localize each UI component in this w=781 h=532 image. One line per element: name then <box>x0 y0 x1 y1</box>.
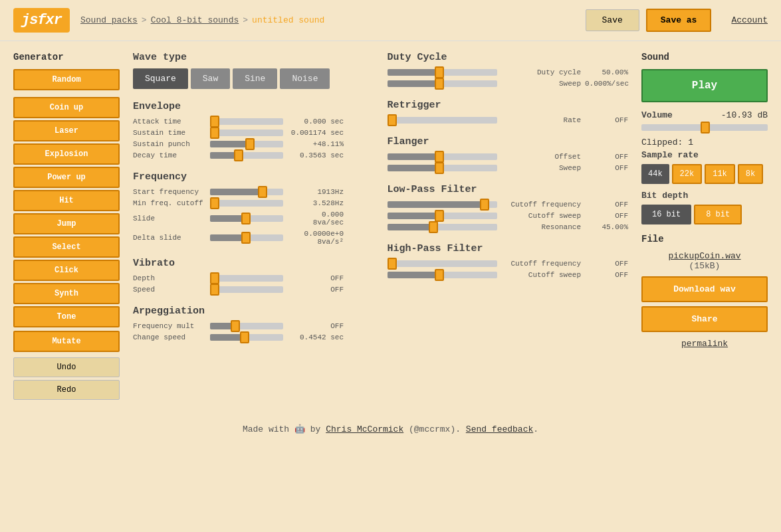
change-speed-label: Change speed <box>133 333 206 341</box>
download-button[interactable]: Download wav <box>641 276 768 302</box>
rate-22k[interactable]: 22k <box>672 164 703 184</box>
high-pass-title: High-Pass Filter <box>388 243 629 254</box>
permalink-link[interactable]: permalink <box>641 339 768 349</box>
breadcrumb-current: untitled sound <box>252 15 324 25</box>
breadcrumb-packs[interactable]: Sound packs <box>80 15 138 25</box>
attack-time-label: Attack time <box>133 118 206 126</box>
change-speed-slider[interactable] <box>210 334 283 341</box>
file-size: (15kB) <box>641 261 768 271</box>
slide-slider[interactable] <box>210 215 283 222</box>
sustain-time-slider[interactable] <box>210 130 283 136</box>
duty-cycle-value: 50.00% <box>585 68 628 76</box>
bit-8[interactable]: 8 bit <box>694 205 742 224</box>
vibrato-speed-row: Speed OFF <box>133 286 374 294</box>
attack-time-slider[interactable] <box>210 118 283 125</box>
rate-11k[interactable]: 11k <box>705 164 735 184</box>
hp-cutoff-row: Cutoff frequency OFF <box>388 260 629 268</box>
preset-laser[interactable]: Laser <box>13 120 120 141</box>
flanger-offset-value: OFF <box>585 153 628 161</box>
preset-coin-up[interactable]: Coin up <box>13 97 120 118</box>
preset-jump[interactable]: Jump <box>13 213 120 234</box>
attack-time-value: 0.000 sec <box>287 118 344 126</box>
start-freq-slider[interactable] <box>210 189 283 195</box>
hp-cutoff-value: OFF <box>585 260 628 268</box>
flanger-sweep-row: Sweep OFF <box>388 164 629 172</box>
preset-explosion[interactable]: Explosion <box>13 143 120 165</box>
file-name[interactable]: pickupCoin.wav <box>641 251 768 261</box>
save-button[interactable]: Save <box>586 9 639 31</box>
start-freq-row: Start frequency 1913Hz <box>133 188 374 196</box>
redo-button[interactable]: Redo <box>13 380 120 400</box>
wave-noise[interactable]: Noise <box>280 68 330 89</box>
preset-synth[interactable]: Synth <box>13 283 120 304</box>
wave-sine[interactable]: Sine <box>233 68 277 89</box>
account-link[interactable]: Account <box>731 15 768 25</box>
retrigger-rate-slider[interactable] <box>388 117 498 124</box>
frequency-title: Frequency <box>133 171 374 183</box>
rate-44k[interactable]: 44k <box>641 164 669 184</box>
lp-cutoff-row: Cutoff frequency OFF <box>388 201 629 209</box>
save-as-button[interactable]: Save as <box>646 9 712 32</box>
undo-button[interactable]: Undo <box>13 357 120 377</box>
sustain-time-value: 0.001174 sec <box>287 129 344 137</box>
vibrato-speed-slider[interactable] <box>210 286 283 293</box>
mutate-button[interactable]: Mutate <box>13 331 120 352</box>
sustain-punch-slider[interactable] <box>210 141 283 147</box>
params-column-1: Wave type Square Saw Sine Noise Envelope… <box>126 52 381 400</box>
vibrato-depth-row: Depth OFF <box>133 274 374 282</box>
play-button[interactable]: Play <box>641 69 768 102</box>
lp-resonance-row: Resonance 45.00% <box>388 223 629 231</box>
retrigger-title: Retrigger <box>388 100 629 111</box>
vibrato-speed-label: Speed <box>133 286 206 294</box>
decay-time-slider[interactable] <box>210 152 283 159</box>
lp-sweep-slider[interactable] <box>388 213 498 219</box>
lp-cutoff-slider[interactable] <box>388 201 498 208</box>
hp-sweep-slider[interactable] <box>388 272 498 278</box>
preset-hit[interactable]: Hit <box>13 190 120 211</box>
preset-select[interactable]: Select <box>13 236 120 258</box>
breadcrumb-collection[interactable]: Cool 8-bit sounds <box>151 15 239 25</box>
preset-click[interactable]: Click <box>13 260 120 281</box>
freq-mult-slider[interactable] <box>210 323 283 329</box>
lp-sweep-row: Cutoff sweep OFF <box>388 212 629 220</box>
volume-value: -10.93 dB <box>721 110 768 120</box>
hp-sweep-row: Cutoff sweep OFF <box>388 271 629 279</box>
wave-square[interactable]: Square <box>133 68 188 89</box>
rate-buttons: 44k 22k 11k 8k <box>641 164 768 184</box>
start-freq-label: Start frequency <box>133 188 206 196</box>
min-freq-slider[interactable] <box>210 200 283 207</box>
duty-cycle-section: Duty Cycle Duty cycle 50.00% Sweep 0.000… <box>388 52 629 88</box>
preset-power-up[interactable]: Power up <box>13 167 120 188</box>
footer-author[interactable]: Chris McCormick <box>326 424 403 434</box>
retrigger-section: Retrigger Rate OFF <box>388 100 629 124</box>
preset-tone[interactable]: Tone <box>13 306 120 327</box>
lp-resonance-value: 45.00% <box>585 223 628 231</box>
low-pass-title: Low-Pass Filter <box>388 184 629 195</box>
generator-title: Generator <box>13 52 120 62</box>
delta-slide-value: 0.0000e+0 8va/s² <box>287 230 344 246</box>
wave-saw[interactable]: Saw <box>191 68 230 89</box>
breadcrumb-sep2: > <box>243 15 248 25</box>
random-button[interactable]: Random <box>13 69 120 90</box>
volume-thumb[interactable] <box>701 122 710 133</box>
flanger-title: Flanger <box>388 136 629 147</box>
vibrato-depth-slider[interactable] <box>210 275 283 282</box>
lp-resonance-slider[interactable] <box>388 224 498 230</box>
retrigger-rate-label: Rate <box>501 116 581 124</box>
breadcrumb: Sound packs > Cool 8-bit sounds > untitl… <box>80 15 575 25</box>
duty-sweep-slider[interactable] <box>388 80 498 87</box>
flanger-offset-slider[interactable] <box>388 153 498 160</box>
footer-handle: (@mccrmx) <box>409 424 455 434</box>
decay-time-label: Decay time <box>133 151 206 159</box>
rate-8k[interactable]: 8k <box>738 164 763 184</box>
volume-slider[interactable] <box>641 124 768 131</box>
footer-text2: by <box>310 424 321 434</box>
delta-slide-slider[interactable] <box>210 234 283 241</box>
hp-cutoff-slider[interactable] <box>388 260 498 267</box>
share-button[interactable]: Share <box>641 306 768 332</box>
footer-feedback[interactable]: Send feedback <box>466 424 533 434</box>
duty-cycle-slider[interactable] <box>388 69 498 76</box>
flanger-sweep-label: Sweep <box>501 164 581 172</box>
bit-16[interactable]: 16 bit <box>641 205 691 224</box>
flanger-sweep-slider[interactable] <box>388 165 498 171</box>
